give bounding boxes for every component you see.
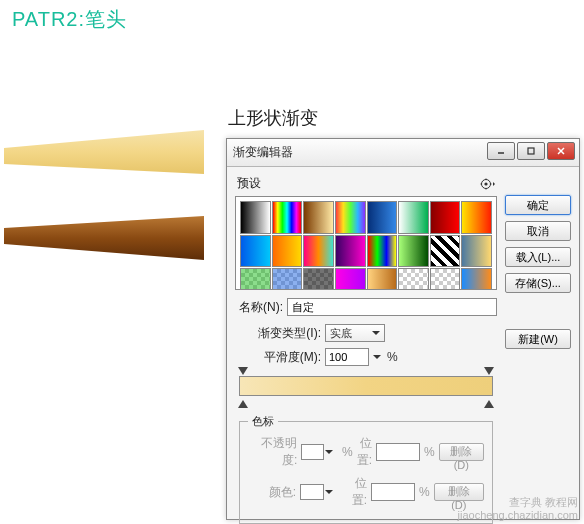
pentip-shape-top (4, 130, 204, 180)
preset-swatch[interactable] (398, 235, 429, 268)
presets-menu-gear-icon[interactable] (479, 176, 495, 192)
delete-opacity-stop-button[interactable]: 删除(D) (439, 443, 484, 461)
preset-swatch[interactable] (240, 268, 271, 290)
smoothness-input[interactable] (325, 348, 369, 366)
percent-unit: % (387, 350, 398, 364)
preset-swatch[interactable] (430, 268, 461, 290)
maximize-button[interactable] (517, 142, 545, 160)
delete-color-stop-button[interactable]: 删除(D) (434, 483, 484, 501)
color-stop-left[interactable] (238, 395, 248, 405)
svg-marker-1 (4, 216, 204, 260)
preset-swatch[interactable] (272, 268, 303, 290)
color-stops-fieldset: 色标 不透明度: % 位置: % 删除(D) (239, 414, 493, 524)
preset-swatch[interactable] (430, 235, 461, 268)
gradient-type-label: 渐变类型(I): (249, 325, 321, 342)
presets-panel[interactable] (235, 196, 497, 290)
shape-caption: 上形状渐变 (228, 106, 318, 130)
dialog-titlebar[interactable]: 渐变编辑器 (227, 139, 579, 167)
preset-swatch[interactable] (367, 201, 398, 234)
name-input[interactable] (287, 298, 497, 316)
gradient-bar[interactable] (239, 376, 493, 396)
preset-swatch[interactable] (398, 201, 429, 234)
cancel-button[interactable]: 取消 (505, 221, 571, 241)
svg-point-7 (484, 182, 487, 185)
preset-swatch[interactable] (303, 235, 334, 268)
opacity-stop-right[interactable] (484, 367, 494, 377)
page-title: PATR2:笔头 (12, 6, 127, 33)
percent-unit: % (419, 485, 430, 499)
preset-swatch[interactable] (398, 268, 429, 290)
opacity-label: 不透明度: (248, 435, 297, 469)
name-label: 名称(N): (235, 299, 283, 316)
close-button[interactable] (547, 142, 575, 160)
preset-swatch[interactable] (461, 235, 492, 268)
gradient-editor-dialog: 渐变编辑器 预设 名称(N): 渐变类型(I): (226, 138, 580, 520)
svg-rect-3 (528, 148, 534, 154)
preset-swatch[interactable] (303, 201, 334, 234)
preset-swatch[interactable] (272, 201, 303, 234)
preset-swatch[interactable] (272, 235, 303, 268)
color-label: 颜色: (248, 484, 296, 501)
preset-swatch[interactable] (335, 268, 366, 290)
minimize-button[interactable] (487, 142, 515, 160)
preset-swatch[interactable] (240, 201, 271, 234)
opacity-stop-left[interactable] (238, 367, 248, 377)
preset-swatch[interactable] (367, 235, 398, 268)
color-location-input[interactable] (371, 483, 415, 501)
gradient-type-select[interactable]: 实底 (325, 324, 385, 342)
preset-swatch[interactable] (367, 268, 398, 290)
smoothness-label: 平滑度(M): (249, 349, 321, 366)
presets-label: 预设 (237, 175, 261, 192)
preset-swatch[interactable] (430, 201, 461, 234)
location-label: 位置: (357, 435, 372, 469)
percent-unit: % (424, 445, 435, 459)
preset-swatch[interactable] (303, 268, 334, 290)
new-button[interactable]: 新建(W) (505, 329, 571, 349)
color-stops-legend: 色标 (248, 414, 278, 429)
preset-swatch[interactable] (335, 235, 366, 268)
preset-swatch[interactable] (461, 268, 492, 290)
percent-unit: % (342, 445, 353, 459)
color-stop-right[interactable] (484, 395, 494, 405)
preset-swatch[interactable] (461, 201, 492, 234)
preset-swatch[interactable] (240, 235, 271, 268)
dialog-title: 渐变编辑器 (233, 144, 293, 161)
load-button[interactable]: 载入(L)... (505, 247, 571, 267)
opacity-location-input[interactable] (376, 443, 420, 461)
pentip-shape-bottom (4, 210, 204, 260)
preset-swatch[interactable] (335, 201, 366, 234)
save-button[interactable]: 存储(S)... (505, 273, 571, 293)
ok-button[interactable]: 确定 (505, 195, 571, 215)
opacity-value-dropdown[interactable] (301, 444, 324, 460)
color-swatch-dropdown[interactable] (300, 484, 324, 500)
svg-marker-12 (493, 182, 495, 186)
location-label: 位置: (342, 475, 367, 509)
svg-marker-0 (4, 130, 204, 174)
